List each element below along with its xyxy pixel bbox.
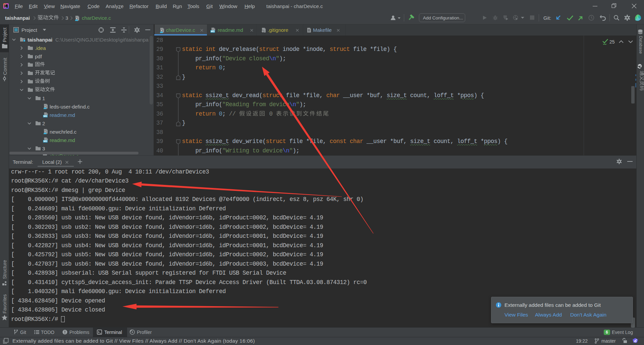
svg-text:MD: MD [211,30,215,32]
svg-text:MD: MD [44,140,47,142]
svg-text:MD: MD [44,115,47,117]
